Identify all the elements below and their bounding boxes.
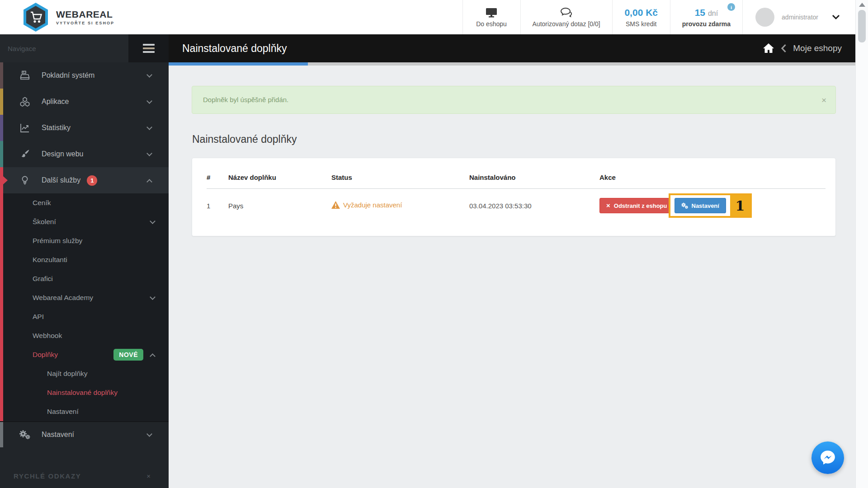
info-icon[interactable]: i [727,3,735,11]
sidebar-header: Navigace [0,34,169,62]
chevron-down-icon [146,72,152,78]
messenger-icon [819,449,837,467]
notification-badge: 1 [87,175,97,186]
sidebar-item-pokladni-system[interactable]: Pokladní systém [0,62,169,89]
hamburger-menu-icon[interactable] [128,34,169,62]
chevron-down-icon [150,218,156,224]
sidebar-item-aplikace[interactable]: Aplikace [0,89,169,115]
stripe [0,89,3,115]
sidebar-item-design-webu[interactable]: Design webu [0,141,169,167]
stripe [0,422,3,447]
row-actions: × Odstranit z eshopu [599,193,826,218]
cubes-icon [19,96,31,107]
messenger-chat-button[interactable] [811,441,844,474]
tutorial-highlight-box: Nastavení 1 [669,193,752,218]
gears-icon [19,429,31,440]
lightbulb-icon [19,175,31,186]
logo-text: WEBAREAL VYTVOŘTE SI ESHOP [56,9,114,25]
authorized-question-label: Autorizovaný dotaz [0/0] [533,20,600,28]
sidebar-subitem-api[interactable]: API [3,307,169,326]
user-menu[interactable]: administrator [742,0,855,34]
quick-links-header: RYCHLÉ ODKAZY × [0,464,169,488]
status-badge: Vyžaduje nastavení [331,201,402,209]
breadcrumb-link[interactable]: Moje eshopy [793,43,842,53]
sidebar-subitem-konzultanti[interactable]: Konzultanti [3,250,169,269]
stripe [0,115,3,141]
chevron-up-icon [146,179,152,185]
page-title: Nainstalované doplňky [182,42,287,55]
quick-links-label: RYCHLÉ ODKAZY [14,472,81,480]
cash-register-icon [19,70,31,81]
active-arrow-icon [3,176,8,184]
webareal-hexagon-cart-icon [22,2,50,33]
chart-line-icon [19,122,31,133]
sms-credit-cell[interactable]: 0,00 Kč SMS kredit [612,0,670,34]
go-to-eshop-button[interactable]: Do eshopu [462,0,520,34]
sidebar-subitem-doplnky[interactable]: Doplňky NOVÉ [3,345,169,364]
chevron-down-icon [150,294,156,300]
sidebar-item-nastaveni[interactable]: Nastavení [0,421,169,447]
chevron-down-icon [146,98,152,104]
chat-bubbles-icon [560,7,573,18]
status-text: Vyžaduje nastavení [343,201,402,209]
sidebar-subitem-cenik[interactable]: Ceník [3,193,169,212]
monitor-icon [485,7,498,18]
tutorial-step-number: 1 [730,195,750,216]
chevron-down-icon [146,431,152,437]
stripe [0,62,3,89]
table-row: 1 Pays Vyžaduje nastavení 03.04.2023 03:… [207,189,826,220]
sidebar: Navigace Pokladní systém Aplikace [0,34,169,488]
col-name: Název doplňku [228,168,331,189]
sidebar-subitem-grafici[interactable]: Grafici [3,269,169,288]
chevron-up-icon [150,353,156,359]
sidebar-item-label: Další služby [42,176,80,184]
main-content: Doplněk byl úspěšně přidán. × Nainstalov… [169,66,855,488]
page-progress-bar [169,62,855,66]
logo-title: WEBAREAL [56,9,114,20]
webareal-logo[interactable]: WEBAREAL VYTVOŘTE SI ESHOP [0,0,114,34]
sidebar-subitem-nastaveni-doplnku[interactable]: Nastavení [3,402,169,421]
sidebar-subitem-premium-sluzby[interactable]: Prémium služby [3,231,169,250]
chevron-down-icon [146,150,152,156]
trial-days-cell[interactable]: i 15 dní provozu zdarma [670,0,742,34]
chevron-left-icon[interactable] [780,44,787,53]
sidebar-item-label: Design webu [42,150,84,158]
alert-close-icon[interactable]: × [821,96,826,104]
username: administrator [782,14,818,21]
sidebar-subitem-najit-doplnky[interactable]: Najít doplňky [3,364,169,383]
sidebar-item-label: Statistiky [42,124,71,132]
chevron-down-icon [832,14,840,20]
stripe [0,167,3,193]
sidebar-item-statistiky[interactable]: Statistiky [0,115,169,141]
trial-days-value: 15 dní [695,7,718,18]
sidebar-subitem-nainstalovane-doplnky[interactable]: Nainstalované doplňky [3,383,169,402]
sidebar-subitem-webareal-academy[interactable]: Webareal Academy [3,288,169,307]
vertical-scrollbar[interactable] [855,0,868,488]
authorized-question-button[interactable]: Autorizovaný dotaz [0/0] [520,0,612,34]
addon-name: Pays [228,189,331,220]
sidebar-item-label: Pokladní systém [42,71,94,80]
installed-date: 03.04.2023 03:53:30 [469,202,532,210]
nove-badge: NOVÉ [113,349,143,361]
remove-from-eshop-button[interactable]: × Odstranit z eshopu [599,198,674,213]
webareal-admin-app: WEBAREAL VYTVOŘTE SI ESHOP Do eshopu [0,0,868,488]
sidebar-subitem-skoleni[interactable]: Školení [3,212,169,231]
col-status: Status [331,168,469,189]
home-icon[interactable] [763,43,774,53]
progress-fill [169,62,308,66]
col-installed: Nainstalováno [469,168,599,189]
row-num: 1 [207,189,228,220]
installed-addons-panel: # Název doplňku Status Nainstalováno Akc… [192,158,836,236]
sidebar-subitem-webhook[interactable]: Webhook [3,326,169,345]
addon-settings-button[interactable]: Nastavení [675,198,726,213]
col-actions: Akce [599,168,826,189]
sidebar-item-dalsi-sluzby[interactable]: Další služby 1 [0,167,169,193]
warning-triangle-icon [331,201,340,209]
avatar [755,8,774,27]
close-icon[interactable]: × [146,472,151,480]
chevron-down-icon [146,124,152,130]
alert-text: Doplněk byl úspěšně přidán. [203,96,288,103]
scrollbar-thumb[interactable] [858,10,866,42]
scroll-up-arrow-icon[interactable] [859,3,865,7]
addons-table: # Název doplňku Status Nainstalováno Akc… [207,168,826,220]
